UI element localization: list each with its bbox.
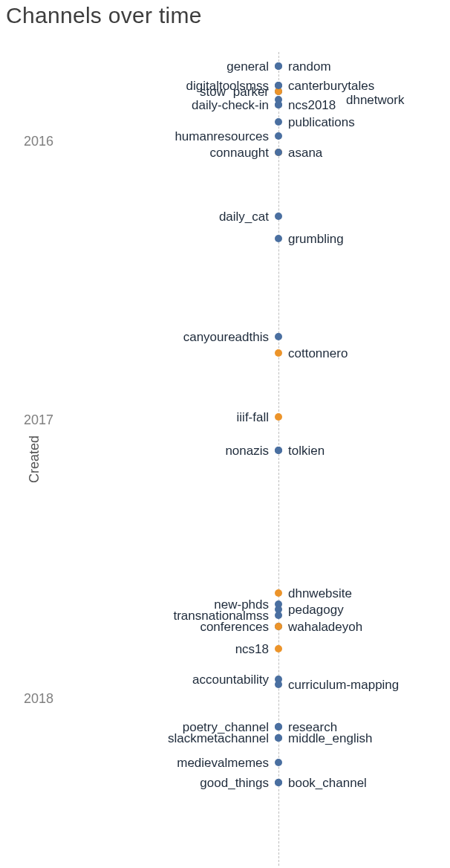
data-label: daily-check-in <box>192 99 269 111</box>
data-label: ncs18 <box>235 642 269 655</box>
data-point <box>275 82 282 89</box>
data-point <box>275 779 282 786</box>
data-label: stow <box>200 85 226 97</box>
data-label: pedagogy <box>288 603 344 616</box>
data-label: general <box>226 59 269 72</box>
data-label: canterburytales <box>288 80 374 92</box>
data-label: connaught <box>210 146 269 159</box>
data-label: random <box>288 59 331 72</box>
data-point <box>275 734 282 742</box>
data-label: daily_cat <box>219 210 269 223</box>
data-point <box>275 96 282 103</box>
data-point <box>275 118 282 126</box>
data-point <box>275 413 282 421</box>
y-axis-label: Created <box>27 435 42 482</box>
data-point <box>275 213 282 220</box>
data-point <box>275 349 282 357</box>
data-label: wahaladeyoh <box>288 620 362 632</box>
data-point <box>275 723 282 731</box>
data-label: canyoureadthis <box>183 330 269 343</box>
y-tick: 2017 <box>24 412 53 428</box>
data-point <box>275 645 282 652</box>
data-label: iiif-fall <box>237 411 269 424</box>
data-label: tolkien <box>288 444 325 457</box>
data-label: medievalmemes <box>177 757 269 769</box>
data-point <box>275 759 282 766</box>
data-label: dhnwebsite <box>288 586 352 599</box>
data-point <box>275 681 282 688</box>
y-tick: 2016 <box>24 134 53 149</box>
data-point <box>275 235 282 242</box>
data-label: grumbling <box>288 233 344 245</box>
data-label: publications <box>288 115 355 128</box>
gridline <box>278 52 279 866</box>
data-point <box>275 62 282 70</box>
data-label: conferences <box>200 620 269 632</box>
data-point <box>275 447 282 454</box>
data-point <box>275 149 282 156</box>
data-label: middle_english <box>288 731 372 744</box>
data-label: asana <box>288 146 322 159</box>
data-point <box>275 606 282 613</box>
data-label: good_things <box>200 776 269 788</box>
y-tick: 2018 <box>24 691 53 707</box>
data-point <box>275 132 282 140</box>
data-label: slackmetachannel <box>168 731 269 744</box>
data-point <box>275 623 282 630</box>
data-label: parker <box>233 85 269 97</box>
data-label: ncs2018 <box>288 99 336 111</box>
data-label: accountability <box>192 673 269 685</box>
data-label: cottonnero <box>288 347 348 360</box>
data-label: humanresources <box>175 129 269 142</box>
data-label: book_channel <box>288 776 367 788</box>
data-label: nonazis <box>225 444 269 457</box>
data-label: dhnetwork <box>346 93 404 106</box>
chart-title: Channels over time <box>0 0 450 28</box>
data-point <box>275 333 282 340</box>
chart-container: Channels over time Created 201620172018g… <box>0 0 450 868</box>
data-label: curriculum-mapping <box>288 678 399 691</box>
data-point <box>275 589 282 597</box>
plot-area: Created 201620172018generalrandomdigital… <box>67 52 438 866</box>
